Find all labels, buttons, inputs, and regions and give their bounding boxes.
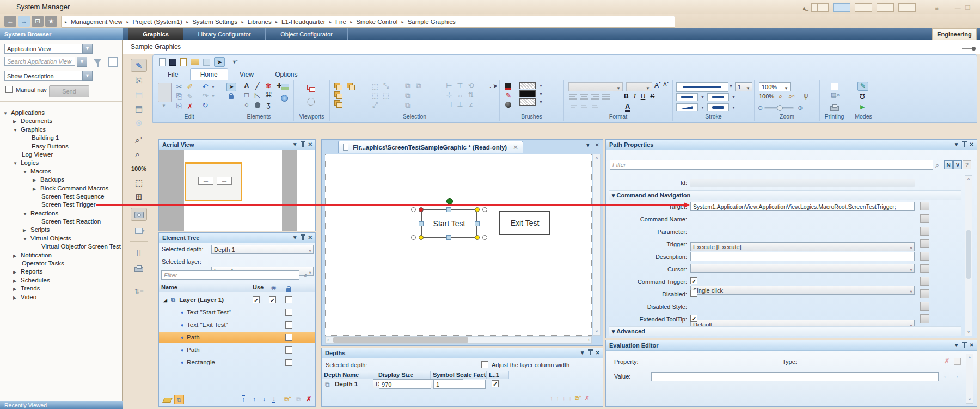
selection-mid-bottom[interactable] — [446, 235, 451, 240]
selection-node-tl[interactable] — [411, 207, 416, 212]
sort-tree-icon[interactable]: ⇅≡ — [131, 285, 147, 298]
breadcrumb-item[interactable]: Project (System1) — [126, 18, 182, 25]
select-all-icon[interactable]: ⬚ — [370, 82, 380, 90]
zoom-out-icon[interactable]: ⌕⁻ — [131, 148, 147, 161]
open-folder-icon[interactable] — [191, 59, 199, 65]
clear-selection-icon[interactable]: ⬚ — [381, 91, 391, 100]
favorites-star-button[interactable]: ★ — [45, 16, 57, 27]
depths-pin-icon[interactable] — [590, 351, 591, 355]
zoom-slider-thumb[interactable] — [777, 105, 783, 111]
search-dropdown-icon[interactable]: ▼ — [77, 57, 87, 67]
scroll-left-icon[interactable]: ‹ — [327, 338, 329, 343]
element-row-rectangle[interactable]: ♦Rectangle — [159, 357, 315, 368]
ribbon-tab-options[interactable]: Options — [265, 69, 307, 80]
qat-more-icon[interactable]: ▼̄ — [232, 59, 237, 65]
rotate-ccw-icon[interactable]: ⟲ — [466, 82, 476, 90]
element-lock-checkbox[interactable] — [285, 321, 292, 329]
selection-mid-left[interactable] — [419, 221, 424, 226]
element-tree-filter-search-icon[interactable]: ⌕ — [304, 271, 308, 280]
view-selector[interactable]: Application View — [4, 44, 82, 54]
zoom-slider-minus-icon[interactable]: ⊖ — [758, 104, 763, 111]
command-name-combo[interactable]: Execute [Execute]˅ — [690, 242, 915, 251]
selection-corner-bl[interactable] — [419, 235, 424, 240]
breadcrumb-item[interactable]: Libraries — [242, 18, 272, 25]
depth-move-up-icon[interactable]: ↑ — [556, 395, 560, 402]
shrink-font-icon[interactable]: Aˇ — [663, 82, 669, 88]
tree-item-notification[interactable]: ▶Notification — [0, 251, 122, 259]
trigger-bind-button[interactable] — [920, 239, 929, 248]
tree-item-logics[interactable]: ▼Logics — [0, 159, 122, 167]
trigger-combo[interactable]: Single click˅ — [690, 286, 915, 295]
selected-depth-combo[interactable]: Depth 1˅ — [211, 245, 314, 254]
column-visible-eye-icon[interactable]: ◉ — [271, 283, 277, 292]
redo-dropdown-icon[interactable]: ▼ — [211, 94, 215, 98]
aerial-close-icon[interactable]: ✕ — [308, 140, 313, 150]
triangle-tool-icon[interactable]: ◺ — [253, 91, 262, 99]
tree-item-building-1[interactable]: Building 1 — [0, 134, 122, 142]
redo-icon[interactable]: ↷ — [200, 92, 210, 100]
evaluation-editor-collapse-icon[interactable]: ▼ — [954, 340, 959, 350]
depth-move-bottom-icon[interactable]: ↓ — [569, 395, 572, 402]
adjust-layer-width-checkbox[interactable] — [481, 361, 488, 368]
layout-preset-2-icon[interactable] — [833, 3, 850, 12]
tree-item-trends[interactable]: ▶Trends — [0, 284, 122, 293]
tree-item-backups[interactable]: ▶Backups — [0, 176, 122, 184]
video-camera-icon[interactable] — [131, 224, 147, 241]
undo-dropdown-icon[interactable]: ▼ — [211, 85, 215, 89]
align-text-right-icon[interactable] — [591, 94, 599, 100]
restore-button[interactable]: ❐ — [965, 4, 971, 11]
line-end-cap-button[interactable] — [707, 93, 729, 101]
layout-preset-1-icon[interactable] — [811, 3, 829, 12]
page-setup-icon[interactable]: ▯ — [131, 246, 147, 259]
stroke-width-combo[interactable]: 1▼ — [735, 82, 752, 91]
depth-add-icon[interactable]: ⧉⁺ — [575, 395, 581, 402]
aerial-pin-icon[interactable] — [302, 142, 304, 147]
depths-collapse-icon[interactable]: ▼ — [580, 348, 585, 358]
forward-button[interactable]: → — [18, 16, 30, 27]
underline-icon[interactable]: U — [641, 92, 646, 101]
zoom-in-icon[interactable]: ⌕⁺ — [131, 134, 147, 147]
run-mode-icon[interactable]: ▶ — [860, 103, 865, 110]
selection-corner-tr[interactable] — [475, 207, 480, 212]
test-mode-icon[interactable]: Ʊ — [860, 92, 865, 101]
section-command-and-navigation[interactable]: ▾ Command and Navigation — [609, 190, 961, 200]
zoom-slider-plus-icon[interactable]: ⊕ — [798, 104, 803, 111]
stroke-brush-dropdown-icon[interactable]: ▼ — [539, 92, 543, 96]
zoom-level-combo[interactable]: 100%▼ — [759, 82, 791, 91]
evaluation-checkbox[interactable] — [954, 358, 961, 365]
element-row-text-start-test[interactable]: ♦Text "Start Test" — [159, 307, 315, 318]
filter-help-button[interactable]: ? — [963, 160, 971, 169]
tree-item-screen-test-sequence[interactable]: Screen Test Sequence — [0, 193, 122, 201]
filter-icon[interactable] — [94, 59, 101, 64]
canvas-close-icon[interactable]: ✕ — [595, 142, 599, 148]
send-backward-icon[interactable] — [334, 100, 340, 106]
cursor-bind-button[interactable] — [920, 264, 929, 273]
ribbon-tab-file[interactable]: File — [158, 69, 188, 80]
scroll-right-icon[interactable]: › — [588, 338, 590, 343]
tree-item-macros[interactable]: ▼Macros — [0, 168, 122, 176]
background-brush-swatch[interactable] — [519, 98, 536, 106]
line-end-cap-dropdown-icon[interactable]: ▼ — [732, 95, 736, 99]
cut-icon[interactable]: ✂ — [174, 83, 184, 91]
depths-close-icon[interactable]: ✕ — [596, 348, 600, 358]
undo-icon[interactable]: ↶ — [200, 83, 210, 91]
move-to-bottom-icon[interactable]: ↓ — [272, 395, 275, 403]
duplicate-icon[interactable]: ⎘ — [174, 102, 184, 110]
tree-item-virtual-objects[interactable]: ▼Virtual Objects — [0, 234, 122, 243]
align-top-icon[interactable]: ⊤ — [455, 82, 465, 90]
pp-scroll-down-icon[interactable]: ˅ — [965, 330, 972, 334]
aerial-view-content[interactable]: ▬▬ ▬▬ — [159, 150, 315, 231]
rectangle-tool-icon[interactable]: □ — [242, 91, 252, 99]
disabled-bind-button[interactable] — [920, 289, 929, 298]
selection-node-bl[interactable] — [411, 235, 416, 240]
path-properties-close-icon[interactable]: ✕ — [970, 140, 974, 150]
path-properties-filter-search-icon[interactable]: ⌕ — [935, 161, 939, 170]
snapshot-camera-icon[interactable] — [131, 208, 147, 221]
depth-delete-icon[interactable]: ✗ — [585, 395, 590, 402]
save-as-icon[interactable]: ⎘ — [131, 74, 147, 87]
tree-item-scripts[interactable]: ▶Scripts — [0, 226, 122, 234]
edit-pen-icon[interactable]: ✎ — [131, 59, 147, 72]
save-disabled-icon[interactable]: ▤ — [131, 88, 147, 101]
tree-item-log-viewer[interactable]: Log Viewer — [0, 151, 122, 159]
stroke-style-dropdown-icon[interactable]: ▼ — [729, 84, 733, 88]
